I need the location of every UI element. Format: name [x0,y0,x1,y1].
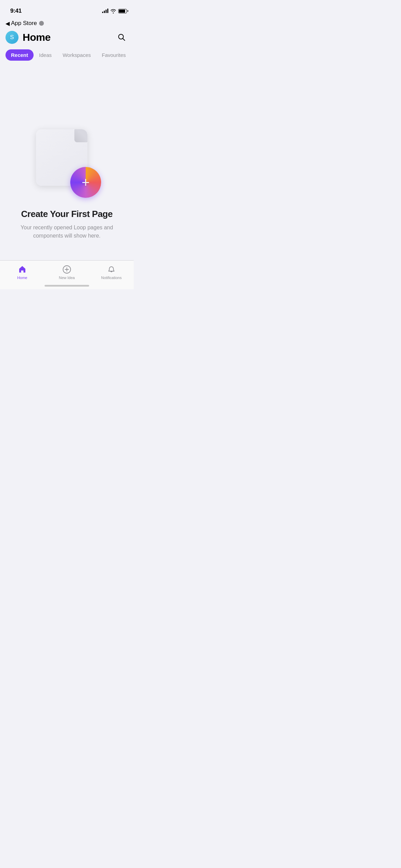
tabs-bar: Recent Ideas Workspaces Favourites [0,48,134,66]
back-arrow-icon: ◀ [5,20,10,27]
tab-bar-home[interactable]: Home [0,265,45,280]
empty-subtitle: Your recently opened Loop pages and comp… [19,224,115,240]
back-label: App Store [11,20,37,27]
plus-icon: + [82,176,89,189]
status-time: 9:41 [10,8,22,14]
avatar[interactable]: S [5,31,19,44]
empty-state: + Create Your First Page Your recently o… [0,80,134,289]
empty-illustration: + [33,129,101,198]
home-indicator [45,285,89,287]
notifications-icon [107,265,116,274]
app-header: S Home [0,28,134,48]
page-doc-fold [74,129,87,142]
tab-recent[interactable]: Recent [5,49,34,61]
tab-workspaces[interactable]: Workspaces [57,49,96,61]
tab-bar-home-label: Home [17,276,27,280]
page-title: Home [23,32,50,43]
plus-circle: + [70,167,101,198]
tab-bar-new-idea[interactable]: New Idea [45,265,89,280]
tab-ideas[interactable]: Ideas [34,49,57,61]
battery-icon [118,9,127,13]
tab-bar-new-idea-label: New Idea [59,276,75,280]
wifi-icon [110,9,116,13]
search-button[interactable] [116,32,127,44]
back-dot [39,21,44,26]
tab-bar-notifications[interactable]: Notifications [89,265,134,280]
nav-back[interactable]: ◀ App Store [0,17,134,28]
svg-line-1 [123,38,125,40]
app-wrapper: 9:41 ◀ App Store [0,0,134,289]
tab-bar-notifications-label: Notifications [101,276,122,280]
tab-favourites[interactable]: Favourites [96,49,131,61]
empty-title: Create Your First Page [21,209,113,219]
status-bar: 9:41 [0,0,134,17]
home-icon [17,265,27,274]
status-icons [102,9,127,13]
signal-icon [102,9,108,13]
search-icon [117,33,125,41]
new-idea-icon [62,265,72,274]
